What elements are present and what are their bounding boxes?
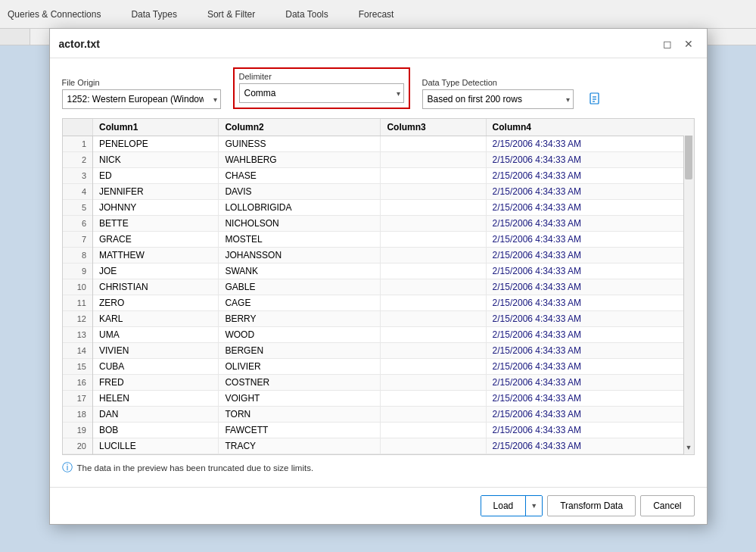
file-origin-label: File Origin (62, 78, 221, 87)
row-num: 13 (63, 326, 93, 342)
document-icon (589, 92, 602, 106)
dialog-controls: ◻ ✕ (658, 35, 698, 53)
row-col4: 2/15/2006 4:34:33 AM (486, 438, 693, 454)
row-col2: BERRY (219, 310, 381, 326)
table-row: 9 JOE SWANK 2/15/2006 4:34:33 AM (63, 263, 694, 279)
row-col4: 2/15/2006 4:34:33 AM (486, 295, 693, 310)
row-col1: JENNIFER (93, 183, 219, 199)
table-row: 5 JOHNNY LOLLOBRIGIDA 2/15/2006 4:34:33 … (63, 199, 694, 215)
close-button[interactable]: ✕ (680, 35, 698, 53)
import-dialog: actor.txt ◻ ✕ File Origin 1252: Western … (49, 28, 708, 525)
row-col4: 2/15/2006 4:34:33 AM (486, 374, 693, 390)
row-col4: 2/15/2006 4:34:33 AM (486, 247, 693, 263)
maximize-button[interactable]: ◻ (658, 35, 677, 53)
table-row: 13 UMA WOOD 2/15/2006 4:34:33 AM (63, 326, 694, 342)
table-header-rownum (63, 119, 93, 136)
table-header-col3: Column3 (381, 119, 486, 136)
data-type-detection-label: Data Type Detection (422, 78, 574, 87)
table-row: 20 LUCILLE TRACY 2/15/2006 4:34:33 AM (63, 438, 694, 454)
row-col2: COSTNER (219, 374, 381, 390)
row-col1: BETTE (93, 215, 219, 231)
row-col3 (381, 310, 486, 326)
row-col2: NICHOLSON (219, 215, 381, 231)
row-col4: 2/15/2006 4:34:33 AM (486, 215, 693, 231)
row-col3 (381, 151, 486, 167)
cancel-button[interactable]: Cancel (640, 495, 694, 516)
delimiter-select[interactable]: Comma (239, 83, 404, 103)
row-num: 4 (63, 183, 93, 199)
row-col2: OLIVIER (219, 358, 381, 374)
delimiter-group: Delimiter Comma (233, 67, 410, 109)
row-col3 (381, 374, 486, 390)
table-header-col2: Column2 (219, 119, 381, 136)
row-col1: BOB (93, 422, 219, 438)
row-col4: 2/15/2006 4:34:33 AM (486, 342, 693, 358)
row-col4: 2/15/2006 4:34:33 AM (486, 199, 693, 215)
row-col4: 2/15/2006 4:34:33 AM (486, 263, 693, 279)
row-col3 (381, 263, 486, 279)
row-col3 (381, 167, 486, 183)
row-col3 (381, 231, 486, 247)
row-num: 7 (63, 231, 93, 247)
row-col1: JOE (93, 263, 219, 279)
row-num: 16 (63, 374, 93, 390)
row-col4: 2/15/2006 4:34:33 AM (486, 183, 693, 199)
row-num: 18 (63, 406, 93, 422)
row-col3 (381, 279, 486, 295)
row-col4: 2/15/2006 4:34:33 AM (486, 151, 693, 167)
row-col1: DAN (93, 406, 219, 422)
dialog-body: File Origin 1252: Western European (Wind… (50, 58, 707, 487)
table-row: 8 MATTHEW JOHANSSON 2/15/2006 4:34:33 AM (63, 247, 694, 263)
row-col2: TRACY (219, 438, 381, 454)
info-icon-button[interactable] (586, 89, 605, 109)
row-col2: TORN (219, 406, 381, 422)
row-col3 (381, 136, 486, 151)
svg-rect-0 (590, 93, 599, 104)
row-col4: 2/15/2006 4:34:33 AM (486, 310, 693, 326)
row-col1: UMA (93, 326, 219, 342)
preview-table-scroll[interactable]: Column1 Column2 Column3 Column4 1 PENELO… (63, 119, 694, 454)
row-num: 10 (63, 279, 93, 295)
file-origin-group: File Origin 1252: Western European (Wind… (62, 78, 221, 109)
delimiter-label: Delimiter (239, 72, 404, 81)
row-col3 (381, 199, 486, 215)
row-num: 2 (63, 151, 93, 167)
row-col2: GABLE (219, 279, 381, 295)
scroll-down-arrow[interactable]: ▼ (683, 441, 694, 454)
transform-data-button[interactable]: Transform Data (547, 495, 636, 516)
row-col4: 2/15/2006 4:34:33 AM (486, 390, 693, 406)
file-origin-select[interactable]: 1252: Western European (Windows) (62, 89, 221, 109)
row-col4: 2/15/2006 4:34:33 AM (486, 358, 693, 374)
row-col2: WOOD (219, 326, 381, 342)
load-dropdown-arrow[interactable]: ▼ (525, 496, 542, 516)
row-num: 14 (63, 342, 93, 358)
row-col3 (381, 183, 486, 199)
dialog-title: actor.txt (59, 38, 100, 50)
table-row: 11 ZERO CAGE 2/15/2006 4:34:33 AM (63, 295, 694, 310)
scroll-thumb[interactable] (685, 134, 692, 179)
row-col3 (381, 247, 486, 263)
table-row: 17 HELEN VOIGHT 2/15/2006 4:34:33 AM (63, 390, 694, 406)
row-col3 (381, 390, 486, 406)
row-col2: GUINESS (219, 136, 381, 151)
row-num: 12 (63, 310, 93, 326)
load-button-group: Load ▼ (481, 495, 543, 516)
table-row: 3 ED CHASE 2/15/2006 4:34:33 AM (63, 167, 694, 183)
row-col2: DAVIS (219, 183, 381, 199)
row-col4: 2/15/2006 4:34:33 AM (486, 167, 693, 183)
row-col1: KARL (93, 310, 219, 326)
row-col2: MOSTEL (219, 231, 381, 247)
row-num: 5 (63, 199, 93, 215)
modal-backdrop: actor.txt ◻ ✕ File Origin 1252: Western … (0, 0, 756, 552)
load-button[interactable]: Load (481, 496, 526, 516)
data-type-detection-select[interactable]: Based on first 200 rows (422, 89, 574, 109)
row-col2: LOLLOBRIGIDA (219, 199, 381, 215)
table-row: 18 DAN TORN 2/15/2006 4:34:33 AM (63, 406, 694, 422)
table-row: 7 GRACE MOSTEL 2/15/2006 4:34:33 AM (63, 231, 694, 247)
row-col4: 2/15/2006 4:34:33 AM (486, 326, 693, 342)
row-num: 3 (63, 167, 93, 183)
row-col2: SWANK (219, 263, 381, 279)
table-row: 4 JENNIFER DAVIS 2/15/2006 4:34:33 AM (63, 183, 694, 199)
row-col2: VOIGHT (219, 390, 381, 406)
table-row: 14 VIVIEN BERGEN 2/15/2006 4:34:33 AM (63, 342, 694, 358)
